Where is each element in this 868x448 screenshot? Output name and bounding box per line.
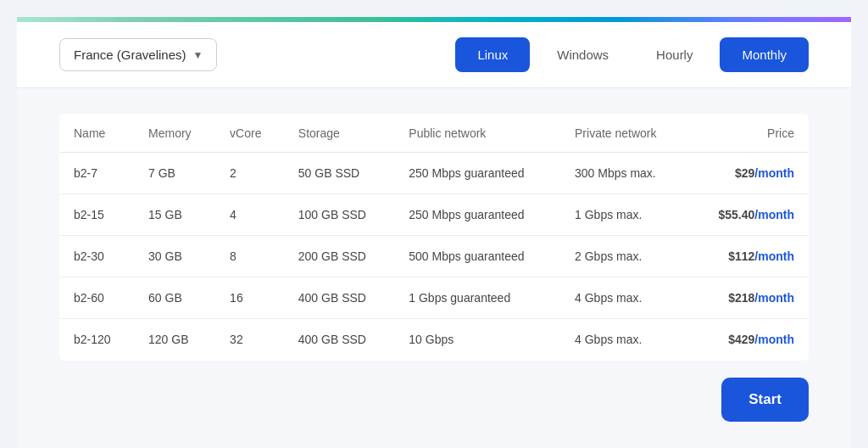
os-tab-windows[interactable]: Windows (537, 39, 629, 70)
cell-storage: 200 GB SSD (285, 236, 396, 277)
table-row: b2-60 60 GB 16 400 GB SSD 1 Gbps guarant… (60, 277, 809, 319)
cell-name: b2-15 (60, 194, 136, 236)
page-wrapper: France (Gravelines) ▼ Linux Windows Hour… (17, 17, 851, 448)
cell-storage: 400 GB SSD (285, 277, 396, 319)
cell-memory: 60 GB (135, 277, 216, 319)
os-tab-linux[interactable]: Linux (455, 37, 530, 72)
price-unit: /month (754, 333, 794, 346)
cell-private-network: 4 Gbps max. (561, 319, 688, 361)
cell-storage: 50 GB SSD (285, 153, 396, 194)
cell-vcore: 2 (216, 153, 285, 194)
price-unit: /month (754, 208, 794, 221)
header-row: France (Gravelines) ▼ Linux Windows Hour… (17, 22, 851, 88)
billing-tab-hourly[interactable]: Hourly (636, 39, 713, 70)
cell-name: b2-7 (60, 153, 136, 194)
table-row: b2-120 120 GB 32 400 GB SSD 10 Gbps 4 Gb… (60, 319, 809, 361)
cell-memory: 30 GB (135, 236, 216, 277)
cell-price: $55.40/month (688, 194, 809, 236)
cell-price: $29/month (688, 153, 809, 194)
location-dropdown[interactable]: France (Gravelines) ▼ (59, 38, 217, 71)
cell-price: $429/month (688, 319, 809, 361)
cell-private-network: 300 Mbps max. (561, 153, 688, 194)
col-name: Name (60, 115, 136, 153)
cell-private-network: 2 Gbps max. (561, 236, 688, 277)
cell-price: $218/month (688, 277, 809, 319)
col-memory: Memory (135, 115, 216, 153)
location-label: France (Gravelines) (74, 48, 186, 62)
col-public-network: Public network (395, 115, 561, 153)
cell-memory: 120 GB (135, 319, 216, 361)
cell-private-network: 1 Gbps max. (561, 194, 688, 236)
cell-memory: 15 GB (135, 194, 216, 236)
price-unit: /month (754, 166, 794, 180)
cell-public-network: 250 Mbps guaranteed (395, 194, 561, 236)
cell-memory: 7 GB (135, 153, 216, 194)
chevron-down-icon: ▼ (193, 49, 203, 61)
cell-storage: 100 GB SSD (285, 194, 396, 236)
table-header-row: Name Memory vCore Storage Public network… (60, 115, 809, 153)
col-storage: Storage (285, 115, 396, 153)
cell-public-network: 1 Gbps guaranteed (395, 277, 561, 319)
start-button[interactable]: Start (721, 378, 809, 422)
pricing-table: Name Memory vCore Storage Public network… (59, 114, 809, 361)
price-unit: /month (754, 249, 794, 263)
os-billing-toggle-group: Linux Windows Hourly Monthly (455, 37, 809, 72)
price-unit: /month (754, 291, 794, 305)
start-button-wrapper: Start (59, 378, 809, 422)
col-private-network: Private network (561, 115, 688, 153)
cell-vcore: 32 (216, 319, 285, 361)
table-row: b2-30 30 GB 8 200 GB SSD 500 Mbps guaran… (60, 236, 809, 277)
cell-name: b2-60 (60, 277, 136, 319)
cell-public-network: 10 Gbps (395, 319, 561, 361)
billing-tab-monthly[interactable]: Monthly (720, 37, 809, 72)
cell-vcore: 8 (216, 236, 285, 277)
table-row: b2-15 15 GB 4 100 GB SSD 250 Mbps guaran… (60, 194, 809, 236)
cell-name: b2-30 (60, 236, 136, 277)
cell-private-network: 4 Gbps max. (561, 277, 688, 319)
main-content: Name Memory vCore Storage Public network… (17, 88, 851, 448)
cell-vcore: 16 (216, 277, 285, 319)
table-row: b2-7 7 GB 2 50 GB SSD 250 Mbps guarantee… (60, 153, 809, 194)
cell-public-network: 250 Mbps guaranteed (395, 153, 561, 194)
col-price: Price (688, 115, 809, 153)
cell-price: $112/month (688, 236, 809, 277)
cell-storage: 400 GB SSD (285, 319, 396, 361)
cell-vcore: 4 (216, 194, 285, 236)
cell-public-network: 500 Mbps guaranteed (395, 236, 561, 277)
col-vcore: vCore (216, 115, 285, 153)
cell-name: b2-120 (60, 319, 136, 361)
